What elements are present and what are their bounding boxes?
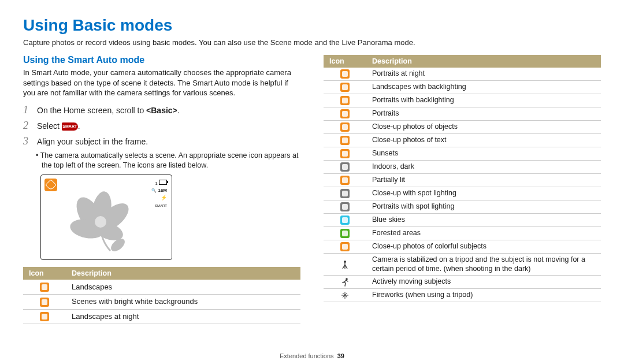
macro-spot-icon — [340, 189, 350, 198]
backlight-landscape-icon — [340, 83, 350, 92]
th-description: Description — [66, 267, 300, 280]
icon-description: Forested areas — [366, 227, 601, 240]
icon-description: Close-up with spot lighting — [366, 187, 601, 200]
icon-table-left: Icon Description LandscapesScenes with b… — [23, 267, 300, 324]
smart-mode-icon: SMART — [62, 122, 78, 131]
macro-object-icon — [340, 122, 350, 132]
intro-text: In Smart Auto mode, your camera automati… — [23, 68, 300, 98]
sunset-icon — [340, 149, 350, 158]
th-description: Description — [366, 55, 601, 68]
step-number: 2 — [23, 120, 31, 132]
icon-description: Close-up photos of text — [366, 134, 601, 147]
tripod-icon — [340, 260, 350, 269]
action-icon — [340, 277, 350, 287]
table-row: Indoors, dark — [324, 161, 601, 174]
table-row: Partially lit — [324, 174, 601, 187]
table-row: Actively moving subjects — [324, 276, 601, 289]
page-footer: Extended functions 39 — [0, 352, 624, 359]
section-heading: Using the Smart Auto mode — [23, 55, 300, 65]
table-row: Close-up photos of text — [324, 134, 601, 147]
battery-icon — [159, 180, 167, 185]
landscape-icon — [40, 283, 49, 292]
th-icon: Icon — [324, 55, 366, 68]
macro-color-icon — [340, 242, 350, 251]
table-row: Landscapes at night — [23, 309, 300, 324]
table-row: Fireworks (when using a tripod) — [324, 289, 601, 302]
icon-description: Close-up photos of colorful subjects — [366, 240, 601, 254]
blue-sky-icon — [340, 216, 350, 225]
icon-description: Portraits with backlighting — [366, 94, 601, 107]
page-subtitle: Capture photos or record videos using ba… — [23, 38, 601, 47]
partial-light-icon — [340, 176, 350, 185]
night-portrait-icon — [340, 69, 350, 79]
flower-illustration — [55, 190, 142, 253]
icon-description: Close-up photos of objects — [366, 121, 601, 134]
step-number: 3 — [23, 135, 31, 147]
night-landscape-icon — [40, 312, 49, 321]
camera-screen-illustration: 1 🔍 16M ⚡ SMART — [40, 174, 172, 260]
step-text: On the Home screen, scroll to <Basic>. — [37, 106, 180, 115]
icon-description: Scenes with bright white backgrounds — [66, 294, 300, 309]
indoor-dark-icon — [340, 162, 350, 172]
icon-description: Landscapes — [66, 280, 300, 294]
fireworks-icon — [340, 291, 350, 300]
step-number: 1 — [23, 104, 31, 116]
step-row: 3Align your subject in the frame. — [23, 135, 300, 147]
icon-table-right: Icon Description Portraits at nightLands… — [324, 55, 601, 302]
table-row: Close-up with spot lighting — [324, 187, 601, 200]
table-row: Portraits with backlighting — [324, 94, 601, 107]
table-row: Portraits — [324, 107, 601, 121]
table-row: Blue skies — [324, 214, 601, 227]
step-text: Align your subject in the frame. — [37, 137, 148, 146]
icon-description: Actively moving subjects — [366, 276, 601, 289]
macro-text-icon — [340, 136, 350, 145]
table-row: Portraits at night — [324, 68, 601, 81]
table-row: Close-up photos of colorful subjects — [324, 240, 601, 254]
icon-description: Portraits with spot lighting — [366, 200, 601, 214]
backlight-portrait-icon — [340, 96, 350, 105]
table-row: Sunsets — [324, 147, 601, 161]
camera-overlay: 1 🔍 16M ⚡ SMART — [151, 180, 167, 209]
table-row: Portraits with spot lighting — [324, 200, 601, 214]
portrait-icon — [340, 109, 350, 118]
table-row: Landscapes with backlighting — [324, 81, 601, 94]
icon-description: Sunsets — [366, 147, 601, 161]
table-row: Camera is stabilized on a tripod and the… — [324, 254, 601, 276]
white-bg-icon — [40, 298, 49, 307]
svg-point-7 — [344, 261, 346, 263]
icon-description: Fireworks (when using a tripod) — [366, 289, 601, 302]
step-text: Select SMART. — [37, 121, 80, 131]
portrait-spot-icon — [340, 202, 350, 211]
th-icon: Icon — [23, 267, 66, 280]
table-row: Scenes with bright white backgrounds — [23, 294, 300, 309]
icon-description: Portraits at night — [366, 68, 601, 81]
icon-description: Blue skies — [366, 214, 601, 227]
table-row: Forested areas — [324, 227, 601, 240]
step-row: 1On the Home screen, scroll to <Basic>. — [23, 104, 300, 116]
icon-description: Landscapes at night — [66, 309, 300, 324]
icon-description: Landscapes with backlighting — [366, 81, 601, 94]
table-row: Landscapes — [23, 280, 300, 294]
page-title: Using Basic modes — [23, 16, 601, 35]
svg-point-5 — [95, 216, 106, 228]
step-row: 2Select SMART. — [23, 120, 300, 132]
svg-point-8 — [346, 278, 348, 280]
icon-description: Portraits — [366, 107, 601, 121]
icon-description: Camera is stabilized on a tripod and the… — [366, 254, 601, 276]
step3-sub-bullet: The camera automatically selects a scene… — [42, 151, 300, 170]
table-row: Close-up photos of objects — [324, 121, 601, 134]
icon-description: Indoors, dark — [366, 161, 601, 174]
forest-icon — [340, 229, 350, 238]
icon-description: Partially lit — [366, 174, 601, 187]
